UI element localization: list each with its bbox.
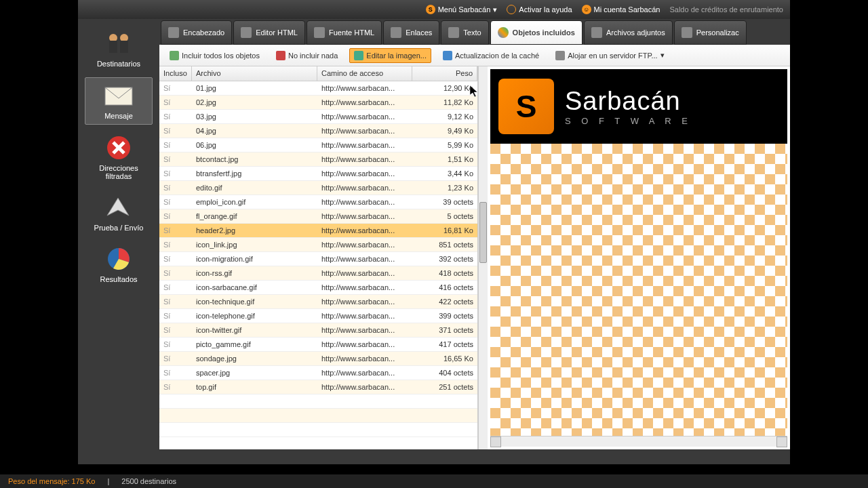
preview-pane: Sarbacán S O F T W A R E — [490, 69, 787, 447]
table-row[interactable]: Síicon-rss.gifhttp://www.sarbacan...418 … — [159, 266, 477, 281]
table-row-empty — [159, 394, 477, 409]
tab-editor-html[interactable]: Editor HTML — [233, 20, 305, 45]
sidebar-item-destinatarios[interactable]: Destinatarios — [85, 26, 153, 72]
status-recipients: 2500 destinarios — [121, 477, 176, 485]
table-row[interactable]: Síheader2.jpghttp://www.sarbacan...16,81… — [159, 224, 477, 238]
sidebar-item-mensaje[interactable]: Mensaje — [85, 77, 153, 125]
my-account[interactable]: ☺Mi cuenta Sarbacán — [582, 5, 660, 14]
tab-enlaces[interactable]: Enlaces — [383, 20, 439, 45]
vertical-scrollbar[interactable] — [478, 66, 488, 449]
send-icon — [102, 194, 135, 221]
tab-fuente-html[interactable]: Fuente HTML — [307, 20, 382, 45]
activate-help[interactable]: Activar la ayuda — [507, 5, 572, 14]
table-row[interactable]: Síspacer.jpghttp://www.sarbacan...404 oc… — [159, 366, 477, 380]
table-row[interactable]: Sísondage.jpghttp://www.sarbacan...16,65… — [159, 352, 477, 366]
topbar: SMenú Sarbacán▾ Activar la ayuda ☺Mi cue… — [78, 0, 790, 19]
table-row[interactable]: Sípicto_gamme.gifhttp://www.sarbacan...4… — [159, 338, 477, 352]
table-row[interactable]: Sí02.jpghttp://www.sarbacan...11,82 Ko — [159, 96, 477, 110]
credits-balance: Saldo de créditos de enrutamiento — [669, 5, 783, 14]
table-row[interactable]: Síbtcontact.jpghttp://www.sarbacan...1,5… — [159, 152, 477, 167]
table-row[interactable]: Sífl_orange.gifhttp://www.sarbacan...5 o… — [159, 209, 477, 224]
table-body[interactable]: Sí01.jpghttp://www.sarbacan...12,90 KoSí… — [159, 81, 477, 449]
col-incluso[interactable]: Incluso — [159, 66, 192, 81]
objects-icon — [498, 27, 509, 38]
editor-icon — [241, 27, 252, 38]
statusbar: Peso del mensaje: 175 Ko | 2500 destinar… — [0, 474, 868, 488]
personalize-icon — [682, 27, 692, 38]
col-archivo[interactable]: Archivo — [192, 66, 317, 81]
sidebar-item-label: Destinatarios — [97, 60, 140, 68]
toolbar: Incluir todos los objetos No incluir nad… — [159, 45, 790, 66]
sidebar: Destinatarios Mensaje Direcciones filtra… — [78, 19, 159, 449]
table-row[interactable]: Síicon-technique.gifhttp://www.sarbacan.… — [159, 295, 477, 309]
table-row[interactable]: Síemploi_icon.gifhttp://www.sarbacan...3… — [159, 195, 477, 209]
table-row[interactable]: Sí06.jpghttp://www.sarbacan...5,99 Ko — [159, 138, 477, 152]
ftp-host-button[interactable]: Alojar en un servidor FTP...▾ — [551, 48, 669, 63]
sidebar-item-filtradas[interactable]: Direcciones filtradas — [85, 130, 153, 184]
tab-personalizacion[interactable]: Personalizac — [674, 20, 747, 45]
close-circle-icon — [102, 134, 135, 161]
menu-sarbacan[interactable]: SMenú Sarbacán▾ — [426, 5, 498, 14]
table-row[interactable]: Sítop.gifhttp://www.sarbacan...251 octet… — [159, 380, 477, 394]
envelope-icon — [102, 82, 135, 109]
refresh-cache-button[interactable]: Actualizacion de la caché — [438, 48, 544, 63]
table-row-empty — [159, 423, 477, 437]
preview-header: Sarbacán S O F T W A R E — [490, 69, 787, 144]
table-row[interactable]: Síicon-sarbacane.gifhttp://www.sarbacan.… — [159, 281, 477, 295]
sidebar-item-envio[interactable]: Prueba / Envío — [85, 190, 153, 236]
table-row[interactable]: Síicon-telephone.gifhttp://www.sarbacan.… — [159, 309, 477, 323]
pie-chart-icon — [102, 245, 135, 272]
include-all-button[interactable]: Incluir todos los objetos — [165, 48, 264, 63]
table-header: Incluso Archivo Camino de acceso Peso — [159, 66, 477, 81]
chevron-down-icon: ▾ — [493, 5, 497, 14]
sarbacan-logo-icon — [498, 79, 554, 134]
tabs: Encabezado Editor HTML Fuente HTML Enlac… — [159, 19, 790, 45]
svg-rect-1 — [109, 41, 117, 53]
transparency-checker — [490, 144, 787, 436]
sidebar-item-label: Direcciones filtradas — [86, 164, 151, 180]
main-panel: Encabezado Editor HTML Fuente HTML Enlac… — [159, 19, 790, 449]
logo-icon: S — [426, 5, 435, 14]
objects-table: Incluso Archivo Camino de acceso Peso Sí… — [159, 66, 478, 449]
table-row[interactable]: Síicon_link.jpghttp://www.sarbacan...851… — [159, 238, 477, 252]
attach-icon — [591, 27, 602, 38]
tab-objetos-incluidos[interactable]: Objetos incluidos — [490, 20, 583, 45]
table-row[interactable]: Síedito.gifhttp://www.sarbacan...1,23 Ko — [159, 181, 477, 195]
table-row[interactable]: Sí04.jpghttp://www.sarbacan...9,49 Ko — [159, 124, 477, 138]
col-camino[interactable]: Camino de acceso — [317, 66, 412, 81]
horizontal-scrollbar[interactable] — [490, 436, 787, 447]
table-row-empty — [159, 409, 477, 423]
header-icon — [168, 27, 179, 38]
table-row[interactable]: Síicon-migration.gifhttp://www.sarbacan.… — [159, 252, 477, 266]
user-icon: ☺ — [582, 5, 591, 14]
help-icon — [507, 5, 516, 14]
chevron-down-icon: ▾ — [660, 51, 665, 60]
sidebar-item-label: Resultados — [100, 275, 137, 283]
sidebar-item-label: Prueba / Envío — [94, 224, 144, 232]
col-peso[interactable]: Peso — [412, 66, 477, 81]
tab-texto[interactable]: Texto — [441, 20, 488, 45]
sidebar-item-resultados[interactable]: Resultados — [85, 241, 153, 287]
brand-name: Sarbacán — [565, 87, 692, 116]
link-icon — [391, 27, 401, 38]
table-row[interactable]: Síicon-twitter.gifhttp://www.sarbacan...… — [159, 323, 477, 338]
tab-archivos-adjuntos[interactable]: Archivos adjuntos — [584, 20, 673, 45]
svg-rect-3 — [120, 41, 128, 53]
sidebar-item-label: Mensaje — [104, 112, 133, 120]
table-row[interactable]: Sí03.jpghttp://www.sarbacan...9,12 Ko — [159, 110, 477, 124]
include-none-button[interactable]: No incluir nada — [271, 48, 342, 63]
svg-rect-4 — [105, 87, 132, 105]
edit-image-button[interactable]: Editar la imagen... — [349, 48, 431, 63]
tab-encabezado[interactable]: Encabezado — [161, 20, 232, 45]
table-row[interactable]: Sí01.jpghttp://www.sarbacan...12,90 Ko — [159, 81, 477, 96]
svg-marker-6 — [107, 198, 129, 216]
people-icon — [102, 30, 135, 57]
brand-subtitle: S O F T W A R E — [565, 116, 692, 126]
table-row[interactable]: Síbtransfertf.jpghttp://www.sarbacan...3… — [159, 167, 477, 181]
source-icon — [314, 27, 325, 38]
status-weight: Peso del mensaje: 175 Ko — [8, 477, 95, 485]
text-icon — [448, 27, 459, 38]
